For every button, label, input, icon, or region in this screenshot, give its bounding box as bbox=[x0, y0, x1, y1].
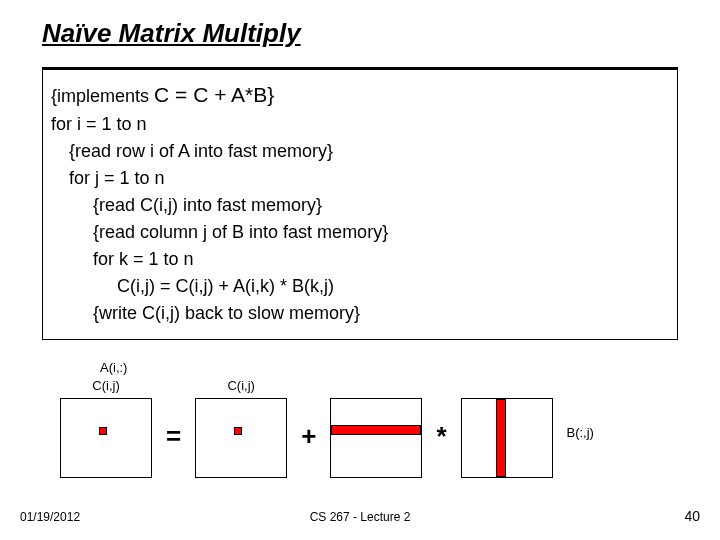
matrix-box bbox=[60, 398, 152, 478]
matrix-box bbox=[461, 398, 553, 478]
code-line: {read row i of A into fast memory} bbox=[69, 138, 669, 165]
matrix-row-highlight bbox=[331, 425, 421, 435]
code-line: for j = 1 to n bbox=[69, 165, 669, 192]
footer-slide-number: 40 bbox=[684, 508, 700, 524]
matrix-element-dot bbox=[234, 427, 242, 435]
matrix-col-highlight bbox=[496, 399, 506, 477]
matrix-label: C(i,j) bbox=[92, 378, 119, 394]
plus-op: + bbox=[301, 421, 316, 452]
matrix-label-B: B(:,j) bbox=[567, 425, 594, 440]
matrix-A: A(i,:) bbox=[330, 378, 422, 478]
matrix-B bbox=[461, 378, 553, 478]
matrix-diagram: C(i,j) = C(i,j) + A(i,:) * B(:,j) bbox=[60, 378, 680, 478]
matrix-C-left: C(i,j) bbox=[60, 378, 152, 478]
equals-op: = bbox=[166, 421, 181, 452]
star-op: * bbox=[436, 421, 446, 452]
matrix-element-dot bbox=[99, 427, 107, 435]
slide-title: Naïve Matrix Multiply bbox=[42, 18, 301, 48]
matrix-box bbox=[330, 398, 422, 478]
code-line: {read C(i,j) into fast memory} bbox=[93, 192, 669, 219]
code-text: C = C + A*B} bbox=[154, 83, 274, 106]
matrix-label-text: A(i,:) bbox=[100, 360, 127, 375]
pseudocode-box: {implements C = C + A*B} for i = 1 to n … bbox=[42, 68, 678, 340]
matrix-label: C(i,j) bbox=[227, 378, 254, 394]
matrix-box bbox=[195, 398, 287, 478]
footer-lecture: CS 267 - Lecture 2 bbox=[0, 510, 720, 524]
code-line: for k = 1 to n bbox=[93, 246, 669, 273]
matrix-C-right: C(i,j) bbox=[195, 378, 287, 478]
code-line: {read column j of B into fast memory} bbox=[93, 219, 669, 246]
code-line: C(i,j) = C(i,j) + A(i,k) * B(k,j) bbox=[117, 273, 669, 300]
code-line: {write C(i,j) back to slow memory} bbox=[93, 300, 669, 327]
code-line: {implements C = C + A*B} bbox=[51, 79, 669, 111]
code-line: for i = 1 to n bbox=[51, 111, 669, 138]
code-text: {implements bbox=[51, 86, 154, 106]
